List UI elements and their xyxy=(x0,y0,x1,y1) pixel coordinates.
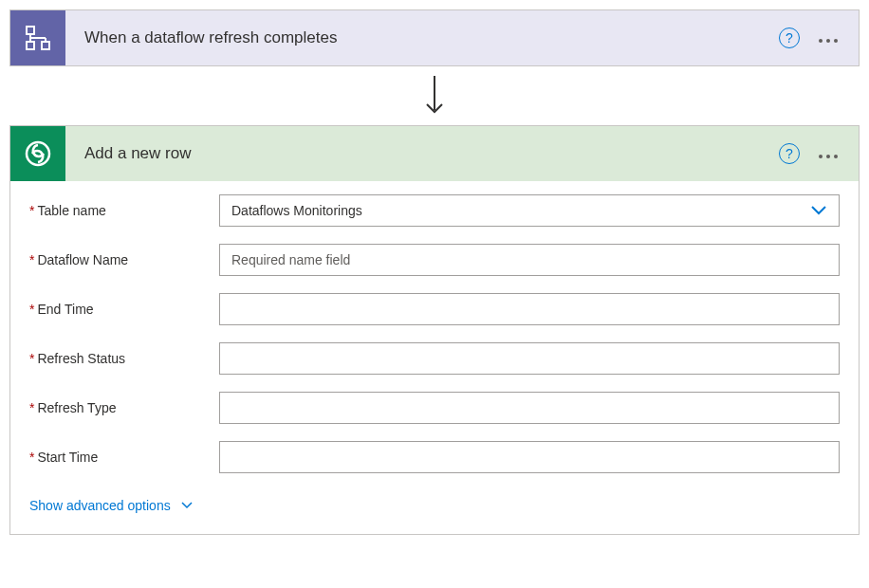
svg-point-11 xyxy=(819,155,823,158)
required-asterisk: * xyxy=(29,400,34,415)
required-asterisk: * xyxy=(29,252,34,267)
chevron-down-icon xyxy=(180,498,194,513)
field-label: * Refresh Type xyxy=(29,400,219,415)
more-icon[interactable] xyxy=(817,144,840,163)
field-row-refresh-type: * Refresh Type xyxy=(29,392,840,424)
action-header-actions: ? xyxy=(779,143,859,164)
refresh-type-input[interactable] xyxy=(219,392,840,424)
arrow-down-icon xyxy=(423,72,446,119)
field-row-table-name: * Table name Dataflows Monitorings xyxy=(29,194,840,227)
label-text: Refresh Status xyxy=(37,351,125,366)
advanced-link-text: Show advanced options xyxy=(29,498,171,513)
action-connector-icon xyxy=(10,126,65,181)
chevron-down-icon xyxy=(810,203,827,218)
svg-point-7 xyxy=(826,39,830,43)
trigger-header[interactable]: When a dataflow refresh completes ? xyxy=(10,10,859,65)
field-label: * Refresh Status xyxy=(29,351,219,366)
field-label: * Dataflow Name xyxy=(29,252,219,267)
action-title: Add a new row xyxy=(65,144,779,163)
dataflow-name-input[interactable] xyxy=(219,244,840,276)
show-advanced-options-link[interactable]: Show advanced options xyxy=(29,498,194,513)
help-icon[interactable]: ? xyxy=(779,28,800,48)
trigger-title: When a dataflow refresh completes xyxy=(65,28,779,47)
field-row-dataflow-name: * Dataflow Name xyxy=(29,244,840,276)
action-header[interactable]: Add a new row ? xyxy=(10,126,859,181)
table-name-select[interactable]: Dataflows Monitorings xyxy=(219,194,840,227)
field-row-start-time: * Start Time xyxy=(29,441,840,473)
label-text: Table name xyxy=(37,203,105,218)
svg-point-6 xyxy=(819,39,823,43)
svg-rect-1 xyxy=(27,42,34,49)
label-text: End Time xyxy=(37,302,93,317)
svg-point-8 xyxy=(834,39,838,43)
trigger-card: When a dataflow refresh completes ? xyxy=(9,9,860,66)
action-card: Add a new row ? * Table name Dataflows M… xyxy=(9,125,860,535)
flow-arrow-connector xyxy=(423,66,446,125)
select-value: Dataflows Monitorings xyxy=(231,203,362,218)
required-asterisk: * xyxy=(29,203,34,218)
trigger-connector-icon xyxy=(10,10,65,65)
svg-point-12 xyxy=(826,155,830,158)
label-text: Start Time xyxy=(37,450,98,465)
action-card-body: * Table name Dataflows Monitorings * Dat… xyxy=(10,181,859,534)
field-label: * End Time xyxy=(29,302,219,317)
label-text: Dataflow Name xyxy=(37,252,128,267)
svg-rect-2 xyxy=(42,42,49,49)
trigger-header-actions: ? xyxy=(779,28,859,48)
field-row-refresh-status: * Refresh Status xyxy=(29,342,840,375)
svg-rect-0 xyxy=(27,27,34,34)
svg-point-13 xyxy=(834,155,838,158)
field-label: * Table name xyxy=(29,203,219,218)
end-time-input[interactable] xyxy=(219,293,840,325)
more-icon[interactable] xyxy=(817,28,840,47)
field-label: * Start Time xyxy=(29,450,219,465)
required-asterisk: * xyxy=(29,302,34,317)
field-row-end-time: * End Time xyxy=(29,293,840,325)
label-text: Refresh Type xyxy=(37,400,116,415)
start-time-input[interactable] xyxy=(219,441,840,473)
help-icon[interactable]: ? xyxy=(779,143,800,164)
refresh-status-input[interactable] xyxy=(219,342,840,375)
required-asterisk: * xyxy=(29,450,34,465)
required-asterisk: * xyxy=(29,351,34,366)
